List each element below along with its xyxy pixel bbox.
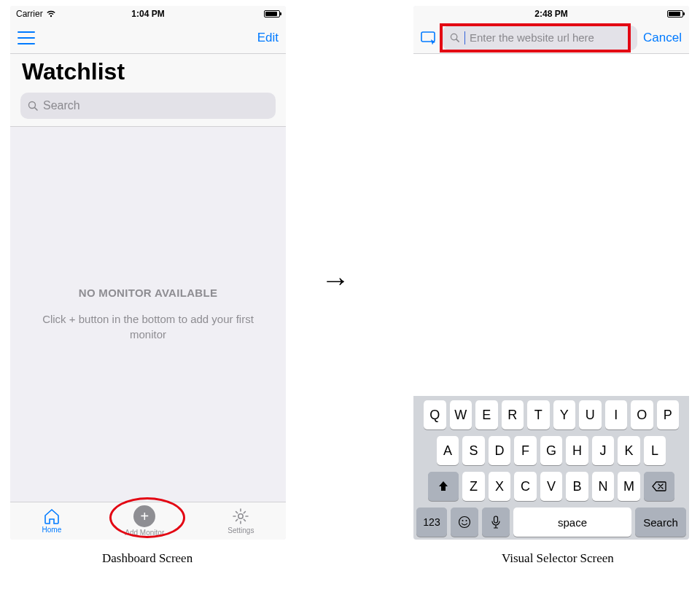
key-p[interactable]: P <box>657 400 680 429</box>
tab-home-label: Home <box>42 526 62 534</box>
empty-title: NO MONITOR AVAILABLE <box>79 287 217 299</box>
numbers-key[interactable]: 123 <box>416 508 447 537</box>
keyboard-row-bottom: 123 space Search <box>416 508 686 537</box>
tab-bar: Home + Add Monitor Settings <box>10 502 286 540</box>
search-icon <box>28 101 39 112</box>
key-z[interactable]: Z <box>462 472 485 501</box>
text-cursor <box>464 31 465 44</box>
key-i[interactable]: I <box>605 400 628 429</box>
svg-rect-3 <box>421 32 435 42</box>
selector-phone: 2:48 PM Enter the website url here Cance… <box>413 6 689 540</box>
backspace-icon <box>652 481 666 491</box>
dictation-key[interactable] <box>482 508 510 537</box>
svg-point-2 <box>238 514 243 518</box>
status-time: 1:04 PM <box>131 9 164 19</box>
tab-settings-label: Settings <box>228 526 254 534</box>
key-t[interactable]: T <box>527 400 550 429</box>
backspace-key[interactable] <box>644 472 674 501</box>
key-u[interactable]: U <box>579 400 602 429</box>
tab-settings[interactable]: Settings <box>228 508 254 534</box>
status-bar: 2:48 PM <box>413 6 689 22</box>
space-key[interactable]: space <box>513 508 631 537</box>
key-y[interactable]: Y <box>553 400 576 429</box>
shift-key[interactable] <box>428 472 459 501</box>
emoji-icon <box>458 516 471 529</box>
key-q[interactable]: Q <box>424 400 446 429</box>
svg-line-1 <box>35 107 38 110</box>
svg-line-5 <box>456 39 459 41</box>
page-title: Watchlist <box>10 54 286 93</box>
keyboard-row-2: ASDFGHJKL <box>416 436 686 465</box>
search-key[interactable]: Search <box>635 508 686 537</box>
status-bar: Carrier 1:04 PM <box>10 6 286 22</box>
key-e[interactable]: E <box>475 400 498 429</box>
plus-icon: + <box>133 505 155 527</box>
svg-point-8 <box>466 520 467 521</box>
keyboard: QWERTYUIOP ASDFGHJKL ZXCVBNM 123 space S… <box>413 396 689 540</box>
tab-add-label: Add Monitor <box>125 529 164 537</box>
caption-selector: Visual Selector Screen <box>502 551 614 566</box>
svg-point-6 <box>459 517 470 528</box>
search-icon <box>450 33 460 43</box>
menu-icon[interactable] <box>18 31 35 44</box>
status-carrier: Carrier <box>16 9 56 19</box>
url-placeholder: Enter the website url here <box>470 31 594 44</box>
arrow-icon: → <box>321 264 350 297</box>
webview-area <box>413 54 689 396</box>
nav-bar: Enter the website url here Cancel <box>413 22 689 54</box>
key-n[interactable]: N <box>592 472 615 501</box>
key-f[interactable]: F <box>514 436 537 465</box>
battery-icon <box>667 10 683 18</box>
key-v[interactable]: V <box>540 472 563 501</box>
search-input[interactable]: Search <box>20 93 276 119</box>
status-time: 2:48 PM <box>534 9 567 19</box>
key-o[interactable]: O <box>631 400 653 429</box>
key-a[interactable]: A <box>437 436 459 465</box>
battery-icon <box>264 10 280 18</box>
empty-state: NO MONITOR AVAILABLE Click + button in t… <box>10 127 286 502</box>
key-m[interactable]: M <box>618 472 640 501</box>
key-g[interactable]: G <box>540 436 563 465</box>
shift-icon <box>438 481 449 492</box>
key-s[interactable]: S <box>462 436 485 465</box>
search-wrap: Search <box>10 93 286 127</box>
edit-button[interactable]: Edit <box>257 31 279 45</box>
emoji-key[interactable] <box>451 508 478 537</box>
cancel-button[interactable]: Cancel <box>643 31 682 45</box>
empty-subtitle: Click + button in the bottom to add your… <box>28 312 268 342</box>
wifi-icon <box>46 10 56 18</box>
key-w[interactable]: W <box>450 400 472 429</box>
mic-icon <box>491 516 500 529</box>
tab-home[interactable]: Home <box>42 508 62 534</box>
key-x[interactable]: X <box>489 472 511 501</box>
home-icon <box>43 508 61 524</box>
caption-dashboard: Dashboard Screen <box>102 551 192 566</box>
gear-icon <box>232 508 249 525</box>
carrier-label: Carrier <box>16 9 43 19</box>
key-c[interactable]: C <box>514 472 537 501</box>
key-j[interactable]: J <box>592 436 615 465</box>
key-r[interactable]: R <box>502 400 524 429</box>
key-b[interactable]: B <box>566 472 588 501</box>
url-input[interactable]: Enter the website url here <box>443 26 637 50</box>
tab-add-monitor[interactable]: + Add Monitor <box>125 505 164 537</box>
search-placeholder: Search <box>43 99 80 112</box>
keyboard-row-1: QWERTYUIOP <box>416 400 686 429</box>
key-l[interactable]: L <box>644 436 666 465</box>
key-k[interactable]: K <box>618 436 640 465</box>
keyboard-row-3: ZXCVBNM <box>416 472 686 501</box>
dashboard-phone: Carrier 1:04 PM Edit Watchlist Search NO… <box>10 6 286 540</box>
nav-bar: Edit <box>10 22 286 54</box>
key-d[interactable]: D <box>489 436 511 465</box>
svg-point-7 <box>462 520 464 521</box>
svg-rect-9 <box>494 516 498 523</box>
key-h[interactable]: H <box>566 436 588 465</box>
visual-selector-icon[interactable] <box>421 31 437 44</box>
